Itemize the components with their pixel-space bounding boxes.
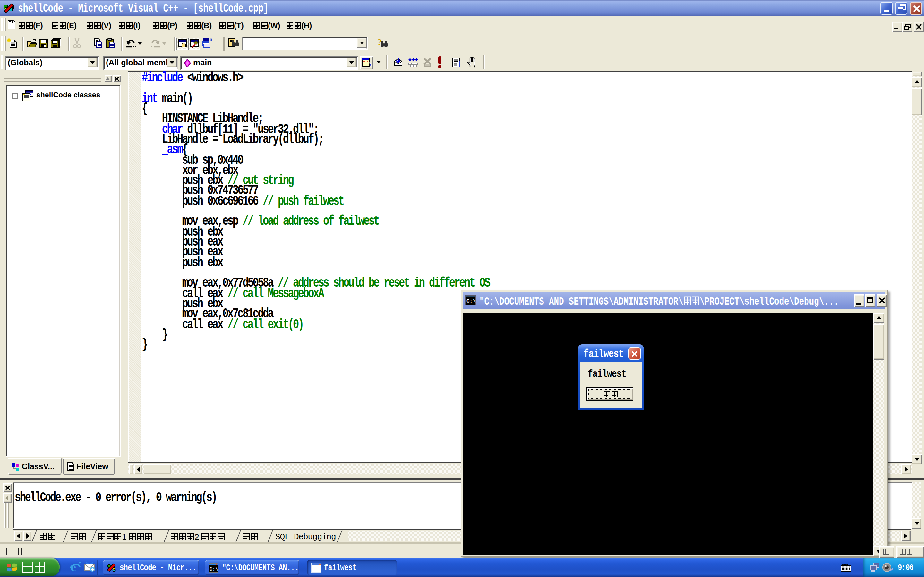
svg-text:C:\: C:\ (210, 566, 218, 572)
svg-text:C:\: C:\ (467, 298, 476, 304)
svg-text:e: e (71, 561, 76, 574)
